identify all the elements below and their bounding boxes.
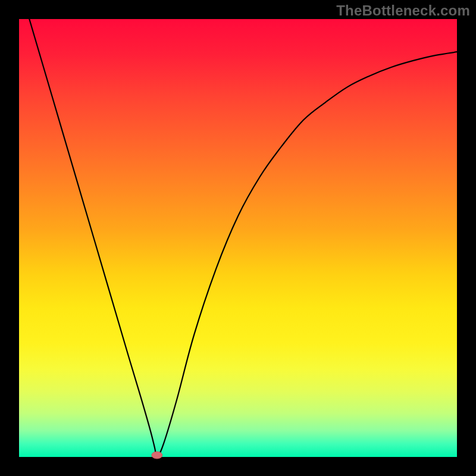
chart-frame: TheBottleneck.com [0,0,476,476]
plot-area [19,19,457,457]
bottleneck-curve [19,0,457,457]
minimum-marker [152,452,162,459]
plot-svg [19,19,457,457]
watermark-text: TheBottleneck.com [336,2,470,19]
